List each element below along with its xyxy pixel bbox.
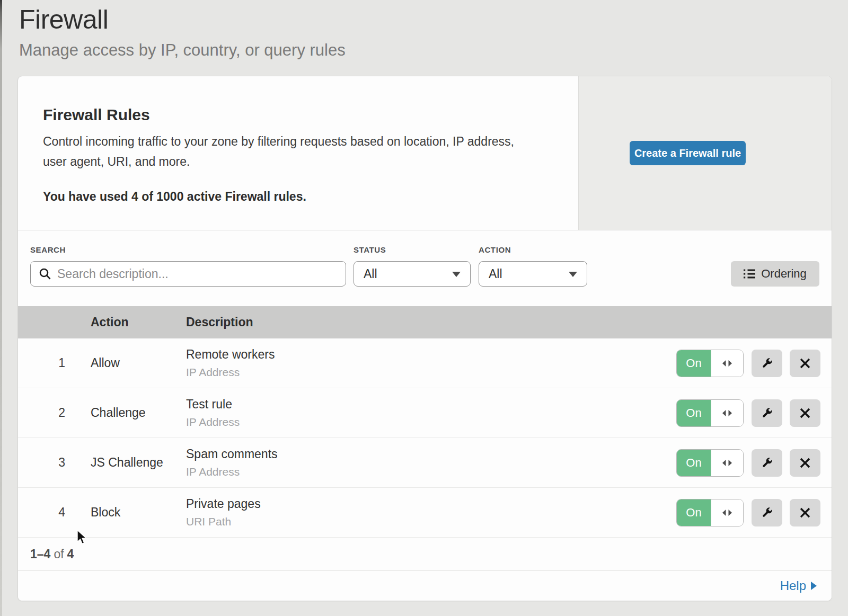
rule-number: 1 — [18, 356, 65, 370]
edit-rule-button[interactable] — [752, 449, 782, 477]
pagination-of: of — [54, 547, 64, 561]
firewall-page: Firewall Manage access by IP, country, o… — [0, 0, 848, 601]
help-label: Help — [780, 578, 806, 593]
edit-rule-button[interactable] — [752, 499, 782, 526]
ordering-button[interactable]: Ordering — [731, 261, 819, 287]
wrench-icon — [760, 356, 774, 370]
left-right-arrows-icon — [721, 360, 734, 367]
search-input[interactable] — [57, 267, 338, 281]
search-label: SEARCH — [30, 245, 346, 254]
left-right-arrows-icon — [721, 459, 734, 467]
chevron-down-icon — [569, 272, 577, 277]
pagination-summary: 1–4 of 4 — [18, 538, 832, 571]
column-description: Description — [186, 315, 832, 329]
toggle-handle[interactable] — [711, 450, 743, 476]
pagination-total: 4 — [67, 547, 74, 561]
table-row: 4 Block Private pages URI Path On — [18, 488, 832, 538]
rules-description: Control incoming traffic to your zone by… — [43, 131, 553, 172]
rule-description: Remote workers — [186, 347, 676, 362]
create-firewall-rule-button[interactable]: Create a Firewall rule — [630, 141, 746, 165]
pagination-range: 1–4 — [30, 547, 50, 561]
left-right-arrows-icon — [721, 509, 734, 516]
rule-action: Allow — [65, 356, 186, 370]
toggle-handle[interactable] — [711, 400, 743, 426]
close-icon — [799, 358, 811, 369]
rule-action: Challenge — [65, 406, 186, 420]
toggle-on-label: On — [677, 499, 711, 526]
page-title: Firewall — [19, 6, 832, 33]
rule-toggle[interactable]: On — [676, 350, 744, 377]
search-input-box[interactable] — [30, 261, 346, 287]
table-row: 1 Allow Remote workers IP Address On — [18, 338, 832, 388]
mouse-cursor — [76, 530, 90, 546]
rule-action: JS Challenge — [65, 456, 186, 470]
toggle-on-label: On — [677, 350, 711, 377]
action-label: ACTION — [479, 245, 587, 254]
help-link[interactable]: Help — [780, 578, 817, 593]
close-icon — [799, 457, 811, 469]
delete-rule-button[interactable] — [790, 399, 820, 427]
table-header: Action Description — [18, 306, 832, 338]
card-top-section: Firewall Rules Control incoming traffic … — [18, 76, 832, 230]
edit-rule-button[interactable] — [752, 350, 782, 377]
rule-match-type: IP Address — [186, 466, 676, 478]
action-value: All — [489, 267, 502, 281]
toggle-on-label: On — [677, 400, 711, 426]
rule-match-type: URI Path — [186, 515, 676, 528]
toggle-on-label: On — [677, 450, 711, 476]
rule-number: 3 — [18, 456, 65, 470]
chevron-down-icon — [452, 272, 461, 277]
page-subtitle: Manage access by IP, country, or query r… — [19, 41, 832, 60]
window-left-edge — [0, 0, 2, 616]
wrench-icon — [760, 456, 774, 470]
rules-usage: You have used 4 of 1000 active Firewall … — [43, 190, 553, 204]
arrow-right-icon — [811, 582, 817, 590]
delete-rule-button[interactable] — [790, 449, 820, 477]
rule-description: Spam comments — [186, 447, 676, 461]
table-row: 2 Challenge Test rule IP Address On — [18, 388, 832, 438]
rule-number: 2 — [18, 406, 65, 420]
column-action: Action — [65, 315, 186, 329]
status-filter: STATUS All — [354, 245, 471, 287]
rule-description: Private pages — [186, 497, 676, 511]
create-rule-panel: Create a Firewall rule — [578, 76, 832, 230]
rule-toggle[interactable]: On — [676, 399, 744, 427]
close-icon — [799, 407, 811, 419]
left-right-arrows-icon — [721, 409, 734, 417]
rule-match-type: IP Address — [186, 366, 676, 379]
table-row: 3 JS Challenge Spam comments IP Address … — [18, 438, 832, 488]
edit-rule-button[interactable] — [752, 399, 782, 427]
toggle-handle[interactable] — [711, 499, 743, 526]
status-label: STATUS — [354, 245, 471, 254]
rule-match-type: IP Address — [186, 416, 676, 428]
wrench-icon — [760, 406, 774, 420]
help-bar: Help — [18, 571, 832, 601]
rule-toggle[interactable]: On — [676, 449, 744, 477]
wrench-icon — [760, 505, 774, 520]
rule-number: 4 — [18, 505, 65, 520]
status-value: All — [364, 267, 377, 281]
rule-toggle[interactable]: On — [676, 499, 744, 526]
delete-rule-button[interactable] — [790, 350, 820, 377]
firewall-rules-card: Firewall Rules Control incoming traffic … — [17, 76, 832, 601]
close-icon — [799, 507, 811, 519]
page-header: Firewall Manage access by IP, country, o… — [17, 0, 832, 60]
delete-rule-button[interactable] — [790, 499, 820, 526]
list-icon — [744, 269, 755, 279]
search-icon — [38, 267, 52, 281]
rules-summary: Firewall Rules Control incoming traffic … — [18, 76, 578, 230]
ordering-label: Ordering — [761, 267, 807, 281]
filters-bar: SEARCH STATUS All ACTION All — [18, 230, 832, 306]
search-filter: SEARCH — [30, 245, 346, 287]
toggle-handle[interactable] — [711, 350, 743, 377]
rules-heading: Firewall Rules — [43, 106, 553, 124]
rule-description: Test rule — [186, 397, 676, 412]
action-filter: ACTION All — [479, 245, 587, 287]
rule-action: Block — [65, 505, 186, 520]
action-select[interactable]: All — [479, 261, 587, 287]
status-select[interactable]: All — [354, 261, 471, 287]
